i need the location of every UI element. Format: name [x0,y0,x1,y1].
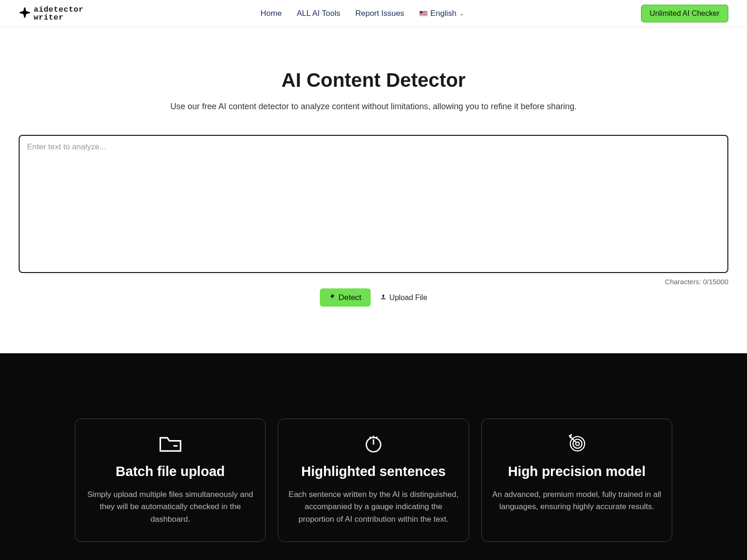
chevron-down-icon: ⌄ [459,10,464,17]
feature-desc: An advanced, premium model, fully traine… [491,489,662,513]
detector-section: Characters: 0/15000 Detect Upload File [0,135,747,353]
feature-desc: Simply upload multiple files simultaneou… [85,489,256,525]
page-subtitle: Use our free AI content detector to anal… [19,102,728,112]
page-title: AI Content Detector [19,69,728,91]
character-count: Characters: 0/15000 [19,278,728,286]
gauge-icon [288,432,459,454]
nav-home[interactable]: Home [261,9,282,18]
svg-line-4 [376,437,377,439]
feature-title: High precision model [491,464,662,479]
logo-text: aidetector writer [34,6,84,21]
feature-batch-upload: Batch file upload Simply upload multiple… [75,419,266,542]
feature-precision: High precision model An advanced, premiu… [481,419,672,542]
upload-label: Upload File [389,294,427,302]
feature-highlighted: Highlighted sentences Each sentence writ… [278,419,469,542]
feature-title: Highlighted sentences [288,464,459,479]
site-header: aidetector writer Home ALL AI Tools Repo… [0,0,747,27]
hero-section: AI Content Detector Use our free AI cont… [0,27,747,135]
nav-language[interactable]: English ⌄ [419,9,464,18]
nav-all-tools[interactable]: ALL AI Tools [296,9,340,18]
sparkle-icon [19,7,31,21]
feature-title: Batch file upload [85,464,256,479]
language-label: English [430,9,457,18]
unlimited-checker-button[interactable]: Unlimited AI Checker [641,5,728,22]
folder-icon [85,432,256,454]
logo[interactable]: aidetector writer [19,6,84,21]
target-icon [491,432,662,454]
svg-point-8 [576,442,579,446]
action-row: Detect Upload File [19,288,728,307]
bolt-icon [329,293,336,302]
analyze-input[interactable] [21,138,726,268]
us-flag-icon [419,11,428,16]
upload-file-button[interactable]: Upload File [380,294,427,302]
feature-desc: Each sentence written by the AI is disti… [288,489,459,525]
textarea-container [19,135,728,273]
features-section: Batch file upload Simply upload multiple… [0,353,747,560]
detect-label: Detect [338,293,361,302]
nav-report-issues[interactable]: Report Issues [355,9,404,18]
detect-button[interactable]: Detect [320,288,371,307]
upload-icon [380,294,387,302]
features-grid: Batch file upload Simply upload multiple… [75,419,672,542]
main-nav: Home ALL AI Tools Report Issues English … [261,9,464,18]
svg-line-3 [370,437,371,439]
